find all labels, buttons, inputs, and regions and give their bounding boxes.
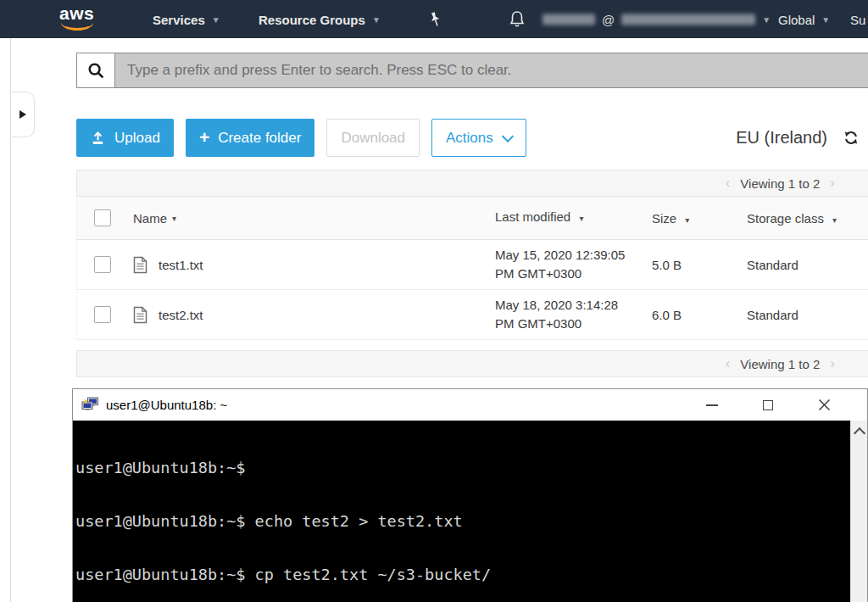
table-row: test2.txt May 18, 2020 3:14:28 PM GMT+03…: [76, 290, 868, 340]
terminal-line: user1@Ubuntu18b:~$ echo test2 > test2.tx…: [75, 512, 867, 530]
viewing-range-label: Viewing 1 to 2: [740, 357, 820, 371]
create-folder-button-label: Create folder: [218, 130, 301, 147]
page-prev-button[interactable]: ‹: [726, 355, 731, 372]
search-input[interactable]: [115, 53, 868, 87]
search-icon: [87, 62, 105, 80]
nav-region-menu[interactable]: Global ▼: [778, 12, 830, 26]
account-name-redacted: [542, 14, 595, 25]
create-folder-button[interactable]: + Create folder: [186, 119, 315, 157]
nav-support-menu[interactable]: Su: [850, 12, 865, 26]
bucket-region-label: EU (Ireland): [736, 128, 827, 148]
chevron-down-icon: ▼: [372, 14, 381, 24]
nav-support-label: Su: [850, 12, 865, 26]
close-icon: [818, 399, 831, 411]
bell-icon: [509, 9, 526, 29]
size-cell: 5.0 B: [652, 258, 747, 272]
putty-terminal-window: user1@Ubuntu18b: ~ user1@Ubuntu18b:~$: [72, 388, 868, 602]
column-header-size[interactable]: Size ▾: [652, 211, 747, 226]
column-storage-class-label: Storage class: [747, 211, 824, 226]
account-id-redacted: [621, 14, 755, 25]
upload-icon: [90, 130, 106, 146]
column-header-storage-class[interactable]: Storage class ▾: [747, 211, 868, 226]
terminal-title: user1@Ubuntu18b: ~: [106, 398, 227, 412]
terminal-line: user1@Ubuntu18b:~$ cp test2.txt ~/s3-buc…: [75, 566, 867, 583]
select-all-checkbox[interactable]: [94, 209, 111, 226]
last-modified-line1: May 18, 2020 3:14:28: [495, 296, 652, 315]
maximize-icon: [763, 400, 773, 410]
object-name-cell: test2.txt: [126, 306, 495, 324]
last-modified-line2: PM GMT+0300: [495, 265, 652, 283]
row-checkbox[interactable]: [94, 256, 111, 273]
scroll-up-icon: [853, 427, 865, 439]
storage-class-cell: Standard: [747, 308, 868, 322]
search-icon-cell: [77, 53, 115, 87]
storage-class-cell: Standard: [747, 258, 868, 272]
download-button[interactable]: Download: [326, 119, 420, 157]
column-header-last-modified[interactable]: Last modified ▾: [495, 208, 652, 228]
page-next-button[interactable]: ›: [830, 355, 835, 372]
terminal-title-bar[interactable]: user1@Ubuntu18b: ~: [73, 389, 867, 421]
region-area: EU (Ireland): [736, 128, 860, 148]
object-name-link[interactable]: test1.txt: [159, 258, 203, 272]
upload-button[interactable]: Upload: [76, 119, 174, 157]
nav-services-menu[interactable]: Services ▼: [153, 12, 220, 26]
header-checkbox-cell: [77, 209, 126, 226]
maximize-button[interactable]: [740, 389, 796, 421]
screen: aws Services ▼ Resource Groups ▼ @: [0, 0, 868, 602]
upload-button-label: Upload: [114, 130, 160, 147]
last-modified-cell: May 18, 2020 3:14:28 PM GMT+0300: [495, 296, 652, 333]
file-icon: [133, 306, 147, 324]
refresh-icon[interactable]: [843, 130, 860, 146]
download-button-label: Download: [341, 130, 405, 147]
top-nav-bar: aws Services ▼ Resource Groups ▼ @: [0, 0, 868, 38]
nav-services-label: Services: [153, 12, 205, 26]
minimize-icon: [706, 404, 718, 406]
putty-app-icon: [81, 397, 99, 414]
viewing-range-label: Viewing 1 to 2: [740, 176, 820, 191]
page-prev-button[interactable]: ‹: [726, 175, 731, 192]
sidebar-expand-button[interactable]: [11, 92, 35, 137]
page-next-button[interactable]: ›: [830, 175, 835, 192]
row-checkbox-cell: [77, 256, 126, 273]
chevron-down-icon: ▼: [821, 14, 830, 24]
object-name-link[interactable]: test2.txt: [159, 308, 203, 322]
column-name-label: Name: [133, 211, 167, 226]
actions-dropdown-button[interactable]: Actions: [431, 119, 526, 157]
size-cell: 6.0 B: [652, 308, 747, 322]
aws-logo-text: aws: [59, 5, 94, 22]
terminal-scrollbar[interactable]: [850, 421, 867, 602]
terminal-line-text: user1@Ubuntu18b:~$: [75, 459, 245, 477]
actions-button-label: Actions: [446, 130, 493, 147]
search-bar: [76, 53, 868, 88]
row-checkbox[interactable]: [94, 306, 111, 323]
last-modified-line2: PM GMT+0300: [495, 315, 652, 333]
table-header-row: Name ▾ Last modified ▾ Size ▾ Storage cl…: [76, 197, 868, 240]
object-name-cell: test1.txt: [126, 256, 495, 274]
nav-resource-groups-menu[interactable]: Resource Groups ▼: [259, 12, 381, 26]
sort-caret-icon: ▾: [832, 215, 837, 225]
sort-caret-icon: ▾: [579, 214, 583, 223]
terminal-screen[interactable]: user1@Ubuntu18b:~$ user1@Ubuntu18b:~$ ec…: [73, 421, 867, 602]
close-button[interactable]: [796, 389, 852, 421]
nav-resource-groups-label: Resource Groups: [259, 12, 365, 26]
chevron-down-icon: ▼: [212, 14, 220, 24]
pin-shortcut-button[interactable]: [428, 11, 442, 27]
window-controls: [684, 389, 852, 421]
terminal-line-text: user1@Ubuntu18b:~$ cp test2.txt ~/s3-buc…: [75, 566, 491, 583]
sort-caret-icon: ▾: [172, 214, 176, 223]
row-checkbox-cell: [77, 306, 126, 323]
aws-logo[interactable]: aws: [59, 5, 94, 31]
aws-smile-icon: [61, 20, 93, 31]
pagination-bar-bottom: ‹ Viewing 1 to 2 ›: [76, 350, 868, 377]
objects-table: ‹ Viewing 1 to 2 › Name ▾ Last modified …: [76, 170, 868, 377]
terminal-line: user1@Ubuntu18b:~$: [75, 459, 867, 477]
minimize-button[interactable]: [684, 389, 740, 421]
column-last-modified-label: Last modified: [495, 209, 570, 224]
file-icon: [133, 256, 147, 274]
column-header-name[interactable]: Name ▾: [126, 211, 495, 226]
terminal-output: user1@Ubuntu18b:~$ user1@Ubuntu18b:~$ ec…: [73, 421, 867, 602]
chevron-down-icon: [502, 130, 514, 142]
chevron-down-icon: ▼: [762, 14, 771, 24]
notifications-button[interactable]: [509, 9, 526, 29]
account-menu[interactable]: @ ▼: [542, 12, 771, 26]
